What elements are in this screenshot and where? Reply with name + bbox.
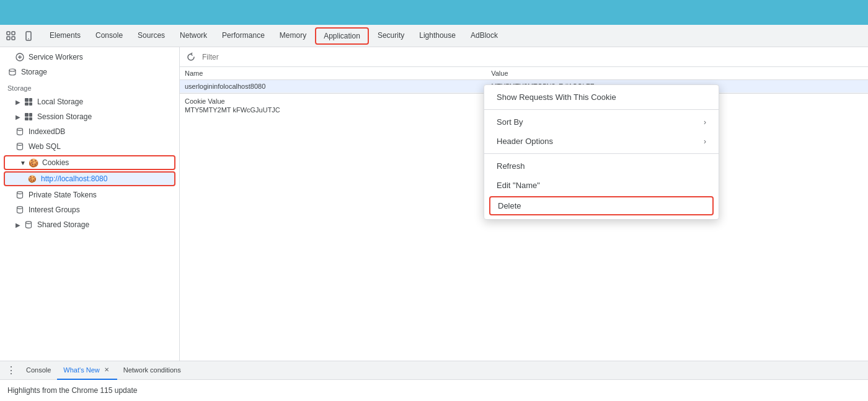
shared-storage-icon — [24, 220, 33, 230]
svg-rect-1 — [7, 37, 10, 40]
svg-point-11 — [17, 207, 23, 209]
close-tab-icon[interactable]: ✕ — [102, 366, 111, 374]
web-sql-icon — [15, 142, 25, 151]
sidebar-item-cookies-url[interactable]: 🍪 http://localhost:8080 — [4, 171, 175, 186]
sidebar-item-interest-groups[interactable]: Interest Groups — [0, 202, 179, 217]
svg-point-5 — [28, 38, 29, 39]
bottom-tab-whats-new[interactable]: What's New ✕ — [57, 361, 117, 380]
private-state-tokens-icon — [15, 190, 25, 200]
svg-rect-2 — [12, 32, 15, 35]
cookies-icon: 🍪 — [29, 158, 38, 168]
tab-sources[interactable]: Sources — [130, 25, 172, 47]
mobile-icon[interactable] — [22, 30, 35, 42]
bottom-tab-console[interactable]: Console — [20, 361, 57, 380]
tab-adblock[interactable]: AdBlock — [463, 25, 505, 47]
devtools-panel: Elements Console Sources Network Perform… — [0, 25, 868, 401]
tab-performance[interactable]: Performance — [215, 25, 272, 47]
right-panel: Name Value userlogininfolocalhost8080 — [180, 47, 868, 361]
tab-console[interactable]: Console — [88, 25, 130, 47]
svg-rect-0 — [7, 32, 10, 35]
tab-security[interactable]: Security — [370, 25, 412, 47]
expand-icon: ▶ — [15, 99, 21, 105]
sidebar-item-storage-top[interactable]: Storage — [0, 65, 179, 79]
refresh-button[interactable] — [185, 51, 197, 63]
bottom-panel-menu[interactable]: ⋮ — [5, 361, 17, 380]
bottom-tabs: ⋮ Console What's New ✕ Network condition… — [0, 361, 868, 380]
sidebar-item-private-state-tokens[interactable]: Private State Tokens — [0, 187, 179, 202]
tab-elements[interactable]: Elements — [42, 25, 88, 47]
indexeddb-icon — [15, 127, 25, 137]
context-menu: Show Requests With This Cookie Sort By ›… — [484, 84, 719, 220]
svg-point-12 — [26, 222, 32, 224]
svg-point-9 — [17, 143, 23, 146]
tab-memory[interactable]: Memory — [272, 25, 314, 47]
sidebar-item-session-storage[interactable]: ▶ Session Storage — [0, 109, 179, 124]
context-menu-refresh[interactable]: Refresh — [484, 156, 719, 176]
table-header-row: Name Value — [180, 67, 868, 80]
tab-bar-icons — [5, 30, 35, 42]
bottom-tab-network-conditions[interactable]: Network conditions — [117, 361, 187, 380]
value-column-header: Value — [486, 67, 868, 80]
storage-top-icon — [7, 67, 17, 77]
tab-lighthouse[interactable]: Lighthouse — [412, 25, 463, 47]
expand-icon: ▼ — [20, 160, 26, 166]
context-menu-show-requests[interactable]: Show Requests With This Cookie — [484, 88, 719, 107]
local-storage-icon — [24, 97, 33, 107]
context-menu-header-options[interactable]: Header Options › — [484, 132, 719, 151]
svg-point-8 — [17, 128, 23, 131]
bottom-panel: ⋮ Console What's New ✕ Network condition… — [0, 361, 868, 401]
interest-groups-icon — [15, 205, 25, 215]
storage-section-header: Storage — [0, 79, 179, 94]
svg-point-7 — [9, 69, 16, 71]
chevron-right-icon: › — [704, 118, 706, 127]
sidebar-item-indexeddb[interactable]: IndexedDB — [0, 124, 179, 139]
context-menu-delete[interactable]: Delete — [489, 196, 714, 215]
sidebar-item-shared-storage[interactable]: ▶ Shared Storage — [0, 217, 179, 232]
browser-chrome — [0, 0, 868, 25]
cookies-url-icon: 🍪 — [27, 174, 37, 184]
expand-icon: ▶ — [15, 222, 21, 228]
bottom-content: Highlights from the Chrome 115 update — [0, 380, 868, 401]
sidebar-item-web-sql[interactable]: Web SQL — [0, 139, 179, 154]
panel-toolbar — [180, 47, 868, 67]
main-content: Service Workers Storage Storage ▶ — [0, 47, 868, 361]
devtools-tab-bar: Elements Console Sources Network Perform… — [0, 25, 868, 47]
expand-icon: ▶ — [15, 114, 21, 120]
cookie-name-cell: userlogininfolocalhost8080 — [180, 80, 486, 93]
sidebar: Service Workers Storage Storage ▶ — [0, 47, 180, 361]
sidebar-item-service-workers[interactable]: Service Workers — [0, 50, 179, 65]
tab-application[interactable]: Application — [315, 27, 369, 45]
context-menu-sort-by[interactable]: Sort By › — [484, 112, 719, 132]
service-workers-icon — [15, 52, 25, 62]
name-column-header: Name — [180, 67, 486, 80]
svg-rect-3 — [12, 37, 15, 40]
session-storage-icon — [24, 112, 33, 122]
sidebar-item-local-storage[interactable]: ▶ Local Storage — [0, 94, 179, 109]
inspect-icon[interactable] — [5, 30, 17, 42]
context-menu-separator — [484, 109, 719, 110]
chevron-right-icon: › — [704, 137, 706, 146]
tab-network[interactable]: Network — [172, 25, 215, 47]
sidebar-item-cookies[interactable]: ▼ 🍪 Cookies — [4, 155, 175, 170]
filter-input[interactable] — [202, 53, 863, 61]
context-menu-edit-name[interactable]: Edit "Name" — [484, 176, 719, 195]
svg-point-10 — [17, 192, 23, 194]
context-menu-separator-2 — [484, 153, 719, 154]
